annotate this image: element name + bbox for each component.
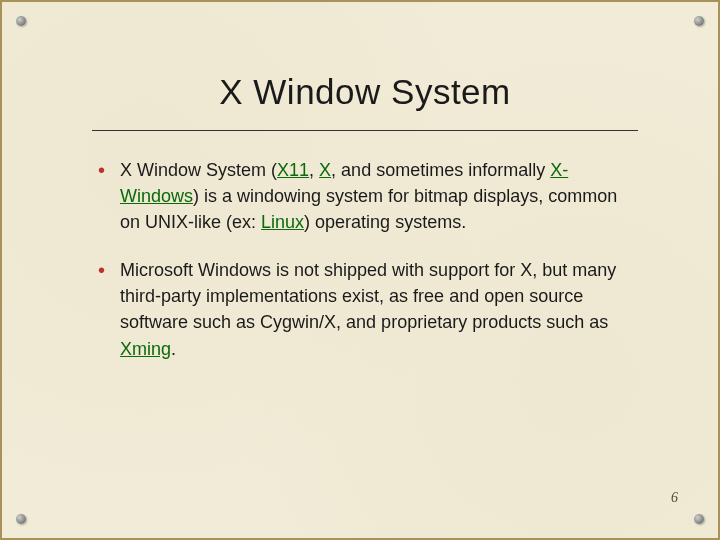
bullet-item-1: X Window System (X11, X, and sometimes i… xyxy=(92,157,638,235)
link-x11[interactable]: X11 xyxy=(277,160,309,180)
slide-title: X Window System xyxy=(92,72,638,112)
link-xming[interactable]: Xming xyxy=(120,339,171,359)
text: , xyxy=(309,160,319,180)
corner-pin-bottom-left xyxy=(16,514,26,524)
title-divider xyxy=(92,130,638,131)
text: . xyxy=(171,339,176,359)
bullet-list: X Window System (X11, X, and sometimes i… xyxy=(92,157,638,362)
bullet-item-2: Microsoft Windows is not shipped with su… xyxy=(92,257,638,361)
corner-pin-top-right xyxy=(694,16,704,26)
text: ) operating systems. xyxy=(304,212,466,232)
link-x[interactable]: X xyxy=(319,160,331,180)
link-linux[interactable]: Linux xyxy=(261,212,304,232)
corner-pin-bottom-right xyxy=(694,514,704,524)
corner-pin-top-left xyxy=(16,16,26,26)
text: X Window System ( xyxy=(120,160,277,180)
text: , and sometimes informally xyxy=(331,160,550,180)
slide-content: X Window System X Window System (X11, X,… xyxy=(92,72,638,498)
page-number: 6 xyxy=(671,490,678,506)
text: Microsoft Windows is not shipped with su… xyxy=(120,260,616,332)
